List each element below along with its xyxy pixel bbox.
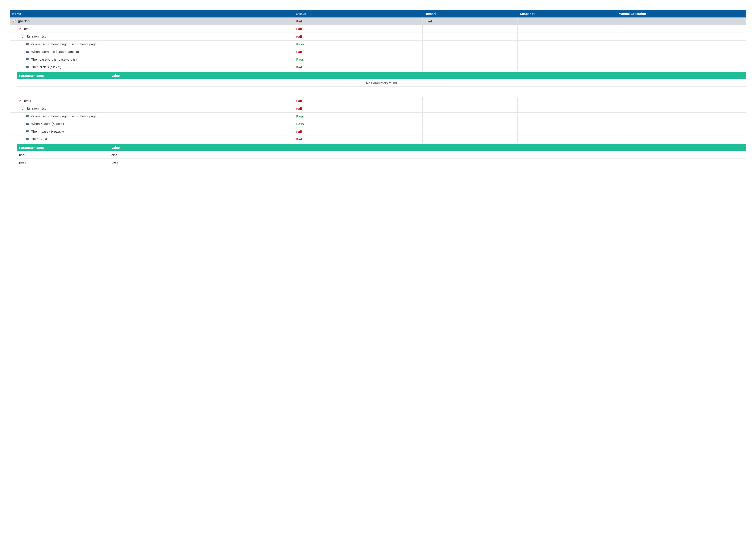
feature-icon: [13, 20, 16, 23]
step-status: Fail: [296, 130, 302, 133]
wrench-icon: [18, 99, 21, 103]
parameter-table: Parameter Name Value user aish pass pass: [17, 144, 746, 166]
step-status: Pass: [296, 42, 304, 46]
param-header-row: Parameter Name Value: [17, 72, 746, 79]
param-name: user: [19, 153, 25, 157]
no-params-row: ----------------------------------------…: [17, 79, 746, 86]
step-row[interactable]: Then <pass> (<pass>) Fail: [10, 128, 746, 135]
step-icon: [26, 115, 29, 118]
feature-remark: gherkin: [425, 19, 435, 23]
step-row[interactable]: Given user at home page (user at home pa…: [10, 112, 746, 120]
param-row: user aish: [17, 151, 746, 158]
param-name: pass: [19, 160, 26, 164]
param-col-name: Parameter Name: [17, 72, 109, 79]
test-status: Fail: [296, 99, 302, 103]
col-remark: Remark: [422, 10, 517, 17]
step-name: Then <pass> (<pass>): [31, 129, 64, 133]
step-status: Fail: [296, 50, 302, 54]
step-status: Pass: [296, 58, 304, 61]
step-name: Then S (S): [31, 137, 47, 141]
col-name: Name: [10, 10, 294, 17]
step-name: Then click S (click S): [31, 65, 61, 69]
step-icon: [26, 50, 29, 54]
param-col-value: Value: [109, 72, 746, 79]
param-row: pass pass: [17, 158, 746, 166]
results-table: Name Status Remark Snapshot Manual Execu…: [10, 10, 746, 71]
step-name: Given user at home page (user at home pa…: [31, 42, 97, 46]
col-status: Status: [294, 10, 422, 17]
step-icon: [26, 42, 29, 46]
param-value: aish: [111, 153, 118, 157]
wrench-icon: [18, 27, 21, 31]
iteration-label: Iteration : 1st: [27, 35, 46, 38]
test-name: Test1: [23, 99, 31, 103]
step-status: Fail: [296, 65, 302, 69]
step-name: When username is (username is): [31, 50, 79, 53]
test-row[interactable]: Test Fail: [10, 25, 746, 33]
feature-status: Fail: [296, 19, 302, 23]
step-name: When <user> (<user>): [31, 122, 64, 126]
step-status: Pass: [296, 115, 304, 118]
no-params-msg: ----------------------------------------…: [321, 81, 442, 85]
feature-row[interactable]: gherkin Fail gherkin: [10, 17, 746, 25]
header-row: Name Status Remark Snapshot Manual Execu…: [10, 10, 746, 17]
refresh-icon: [22, 107, 25, 111]
step-icon: [26, 58, 29, 62]
results-table: Test1 Fail Iteration : 1st Fail Given us…: [10, 97, 746, 143]
param-col-name: Parameter Name: [17, 144, 109, 152]
step-icon: [26, 66, 29, 69]
param-col-value: Value: [109, 144, 746, 152]
iteration-row[interactable]: Iteration : 1st Fail: [10, 105, 746, 113]
test-status: Fail: [296, 27, 302, 31]
step-row[interactable]: When username is (username is) Fail: [10, 48, 746, 56]
col-snapshot: Snapshot: [517, 10, 616, 17]
test-name: Test: [23, 27, 30, 31]
param-header-row: Parameter Name Value: [17, 144, 746, 152]
step-name: Then password is (password is): [31, 58, 77, 61]
step-icon: [26, 138, 29, 141]
iteration-row[interactable]: Iteration : 1st Fail: [10, 33, 746, 41]
step-row[interactable]: When <user> (<user>) Pass: [10, 120, 746, 128]
step-row[interactable]: Then click S (click S) Fail: [10, 63, 746, 71]
iteration-label: Iteration : 1st: [27, 106, 46, 110]
step-row[interactable]: Given user at home page (user at home pa…: [10, 40, 746, 48]
param-value: pass: [111, 160, 118, 164]
feature-name: gherkin: [18, 19, 30, 23]
refresh-icon: [22, 35, 25, 39]
test-row[interactable]: Test1 Fail: [10, 97, 746, 105]
iteration-status: Fail: [296, 107, 302, 110]
col-manual: Manual Execution: [616, 10, 746, 17]
step-row[interactable]: Then password is (password is) Pass: [10, 56, 746, 63]
step-icon: [26, 122, 29, 126]
step-status: Pass: [296, 122, 304, 126]
iteration-status: Fail: [296, 35, 302, 39]
step-name: Given user at home page (user at home pa…: [31, 114, 97, 118]
step-status: Fail: [296, 137, 302, 141]
step-icon: [26, 130, 29, 133]
step-row[interactable]: Then S (S) Fail: [10, 135, 746, 143]
parameter-table: Parameter Name Value -------------------…: [17, 72, 746, 87]
